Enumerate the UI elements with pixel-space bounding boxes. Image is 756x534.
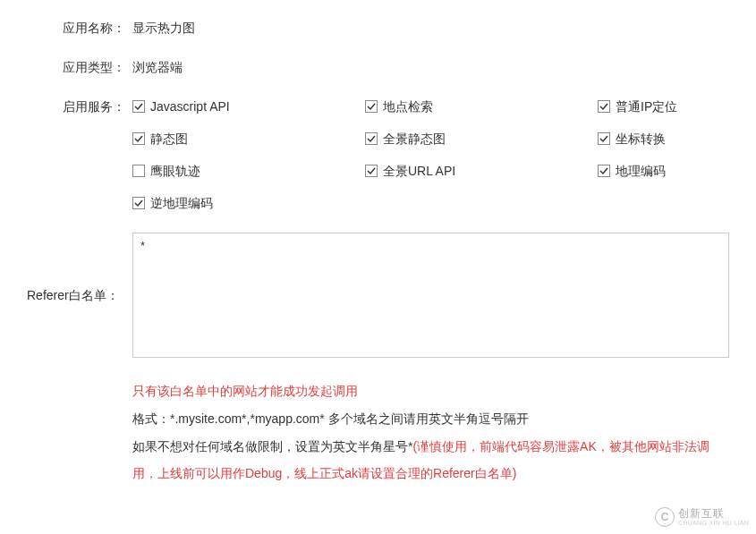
- service-checkbox-item[interactable]: Javascript API: [132, 97, 365, 116]
- hint-block: 只有该白名单中的网站才能成功发起调用 格式：*.mysite.com*,*mya…: [132, 377, 729, 487]
- checkbox-checked-icon: [598, 132, 610, 145]
- app-name-row: 应用名称： 显示热力图: [27, 18, 729, 38]
- service-label: 坐标转换: [616, 129, 666, 148]
- checkbox-unchecked-icon: [132, 165, 145, 177]
- checkbox-checked-icon: [598, 165, 610, 177]
- service-checkbox-item[interactable]: 全景URL API: [365, 161, 598, 181]
- checkbox-checked-icon: [132, 197, 145, 209]
- service-checkbox-item[interactable]: 静态图: [132, 129, 365, 148]
- service-checkbox-item[interactable]: 全景静态图: [365, 129, 598, 148]
- services-label: 启用服务：: [27, 97, 125, 116]
- referer-label: Referer白名单：: [27, 233, 125, 358]
- watermark-en: CHUANG XIN HU LIAN: [678, 520, 749, 527]
- service-label: 全景URL API: [383, 161, 455, 181]
- app-type-value: 浏览器端: [125, 57, 729, 77]
- service-checkbox-item[interactable]: 鹰眼轨迹: [132, 161, 365, 181]
- app-name-value: 显示热力图: [125, 18, 729, 38]
- service-label: 普通IP定位: [616, 97, 677, 116]
- service-checkbox-item[interactable]: 地点检索: [365, 97, 598, 116]
- app-type-label: 应用类型：: [27, 57, 125, 77]
- hint-warning: 只有该白名单中的网站才能成功发起调用: [132, 377, 729, 405]
- referer-row: Referer白名单：: [27, 233, 729, 358]
- service-checkbox-item[interactable]: 地理编码: [598, 161, 729, 181]
- app-name-label: 应用名称：: [27, 18, 125, 38]
- app-type-row: 应用类型： 浏览器端: [27, 57, 729, 77]
- watermark-text: 创新互联 CHUANG XIN HU LIAN: [678, 508, 749, 527]
- hint-wildcard-prefix: 如果不想对任何域名做限制，设置为英文半角星号*: [132, 439, 412, 453]
- services-grid: Javascript API地点检索普通IP定位静态图全景静态图坐标转换鹰眼轨迹…: [132, 97, 729, 213]
- service-checkbox-item[interactable]: 坐标转换: [598, 129, 729, 148]
- hint-wildcard-line: 如果不想对任何域名做限制，设置为英文半角星号*(谨慎使用，前端代码容易泄露AK，…: [132, 433, 729, 488]
- service-label: 地理编码: [616, 161, 666, 181]
- service-label: 地点检索: [383, 97, 433, 116]
- checkbox-checked-icon: [365, 165, 378, 177]
- watermark: C 创新互联 CHUANG XIN HU LIAN: [655, 507, 749, 527]
- service-label: 鹰眼轨迹: [150, 161, 200, 181]
- checkbox-checked-icon: [365, 132, 378, 145]
- service-label: Javascript API: [150, 97, 230, 116]
- hint-format: 格式：*.mysite.com*,*myapp.com* 多个域名之间请用英文半…: [132, 405, 729, 433]
- watermark-cn: 创新互联: [678, 508, 749, 520]
- service-checkbox-item[interactable]: 逆地理编码: [132, 193, 365, 213]
- watermark-logo-icon: C: [655, 507, 675, 527]
- checkbox-checked-icon: [132, 132, 145, 145]
- service-checkbox-item[interactable]: 普通IP定位: [598, 97, 729, 116]
- checkbox-checked-icon: [365, 100, 378, 113]
- service-label: 全景静态图: [383, 129, 446, 148]
- referer-textarea[interactable]: [132, 233, 729, 358]
- checkbox-checked-icon: [598, 100, 610, 113]
- checkbox-checked-icon: [132, 100, 145, 113]
- services-row: 启用服务： Javascript API地点检索普通IP定位静态图全景静态图坐标…: [27, 97, 729, 213]
- service-label: 静态图: [150, 129, 188, 148]
- service-label: 逆地理编码: [150, 193, 213, 213]
